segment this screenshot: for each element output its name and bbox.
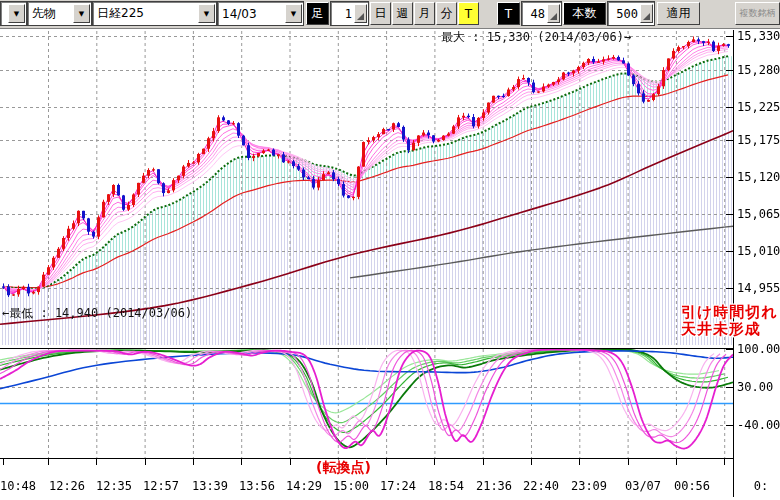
time-axis-label: 0: bbox=[739, 479, 780, 493]
symbol-combobox[interactable]: 日経225 ▼ bbox=[93, 2, 216, 25]
spinner-icon[interactable] bbox=[354, 4, 367, 23]
price-axis-label: 15,280 bbox=[737, 63, 780, 77]
contract-combobox[interactable]: 14/03 ▼ bbox=[218, 2, 303, 25]
price-axis-label: 14,955 bbox=[737, 281, 780, 295]
t-label-button[interactable]: T bbox=[497, 2, 520, 25]
price-axis-label: 15,175 bbox=[737, 133, 780, 147]
toolbar: ▼ 先物 ▼ 日経225 ▼ 14/03 ▼ 足 1 日 週 月 分 T T 4… bbox=[0, 0, 780, 28]
time-axis-label: 03/07 bbox=[621, 479, 665, 493]
alert-line2: 天井未形成 bbox=[681, 321, 778, 338]
time-axis-label: 00:56 bbox=[670, 479, 714, 493]
contract-value: 14/03 bbox=[218, 7, 285, 21]
time-axis-label: 13:39 bbox=[188, 479, 232, 493]
apply-button[interactable]: 適用 bbox=[657, 2, 700, 25]
chart-window: ▼ 先物 ▼ 日経225 ▼ 14/03 ▼ 足 1 日 週 月 分 T T 4… bbox=[0, 0, 780, 500]
time-axis-label: 21:36 bbox=[472, 479, 516, 493]
price-axis-label: 15,065 bbox=[737, 207, 780, 221]
period-minute-button[interactable]: 分 bbox=[436, 2, 457, 25]
interval-stepper[interactable]: 1 bbox=[331, 2, 368, 25]
max-annotation: 最大 : 15,330 (2014/03/06)→ bbox=[441, 29, 631, 46]
mini-combobox[interactable]: ▼ bbox=[1, 2, 26, 25]
time-axis-label: 13:56 bbox=[235, 479, 279, 493]
time-axis-label: 17:24 bbox=[376, 479, 420, 493]
spinner-icon[interactable] bbox=[640, 4, 653, 23]
time-axis-label: 10:48 bbox=[0, 479, 40, 493]
spinner-icon[interactable] bbox=[547, 4, 560, 23]
time-axis-label: 18:54 bbox=[424, 479, 468, 493]
ashi-label-button[interactable]: 足 bbox=[306, 2, 329, 25]
multi-symbol-button[interactable]: 複数銘柄 bbox=[735, 2, 780, 25]
time-axis-label: 12:35 bbox=[92, 479, 136, 493]
alert-text: 引け時間切れ 天井未形成 bbox=[681, 304, 778, 338]
oscillator-axis-label: 100.00 bbox=[737, 342, 780, 356]
chevron-down-icon[interactable]: ▼ bbox=[198, 4, 215, 23]
price-chart-canvas[interactable] bbox=[0, 0, 780, 500]
instrument-value: 先物 bbox=[28, 5, 73, 22]
symbol-value: 日経225 bbox=[93, 5, 198, 22]
honsu-label-button[interactable]: 本数 bbox=[563, 2, 606, 25]
time-axis-label: 14:29 bbox=[282, 479, 326, 493]
tick-mode-button[interactable]: T bbox=[458, 2, 479, 25]
time-axis-label: 12:26 bbox=[45, 479, 89, 493]
tenkan-annotation: (転換点) bbox=[316, 459, 371, 477]
bars-value: 48 bbox=[522, 7, 547, 21]
time-axis-label: 23:09 bbox=[567, 479, 611, 493]
period-month-button[interactable]: 月 bbox=[414, 2, 435, 25]
price-axis-label: 15,225 bbox=[737, 100, 780, 114]
chevron-down-icon[interactable]: ▼ bbox=[285, 4, 302, 23]
time-axis-label: 15:00 bbox=[329, 479, 373, 493]
min-annotation: ←最低 : 14,940 (2014/03/06) bbox=[2, 305, 192, 322]
price-axis-label: 15,120 bbox=[737, 170, 780, 184]
chevron-down-icon[interactable]: ▼ bbox=[73, 4, 90, 23]
count-stepper[interactable]: 500 bbox=[608, 2, 654, 25]
bars-stepper[interactable]: 48 bbox=[522, 2, 561, 25]
count-value: 500 bbox=[608, 7, 640, 21]
period-day-button[interactable]: 日 bbox=[370, 2, 391, 25]
time-axis-label: 12:57 bbox=[139, 479, 183, 493]
instrument-combobox[interactable]: 先物 ▼ bbox=[28, 2, 91, 25]
price-axis-label: 15,010 bbox=[737, 244, 780, 258]
time-axis-label: 22:40 bbox=[519, 479, 563, 493]
alert-line1: 引け時間切れ bbox=[681, 304, 778, 321]
oscillator-axis-label: 30.00 bbox=[737, 380, 773, 394]
oscillator-axis-label: -40.00 bbox=[737, 418, 780, 432]
chevron-down-icon[interactable]: ▼ bbox=[8, 4, 25, 23]
price-axis-label: 15,330 bbox=[737, 29, 780, 43]
interval-value: 1 bbox=[331, 7, 354, 21]
period-week-button[interactable]: 週 bbox=[392, 2, 413, 25]
